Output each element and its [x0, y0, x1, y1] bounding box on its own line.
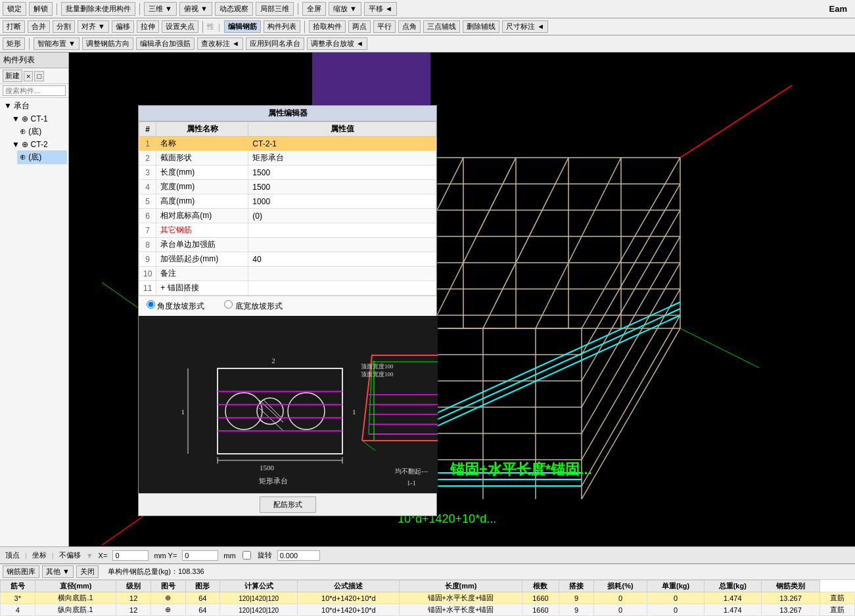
radio-width[interactable] — [224, 300, 233, 309]
prop-row-value-6[interactable] — [248, 223, 436, 238]
config-rebar-btn[interactable]: 配筋形式 — [260, 496, 316, 513]
edit-reinforce-btn[interactable]: 编辑承台加强筋 — [136, 37, 195, 50]
prop-row-value-2[interactable]: 1500 — [248, 165, 436, 180]
fullscreen-btn[interactable]: 全屏 — [302, 2, 326, 16]
3d-btn[interactable]: 三维 ▼ — [144, 2, 177, 16]
radio-width-label[interactable]: 底宽放坡形式 — [224, 300, 282, 312]
col-value: 属性值 — [248, 122, 436, 137]
prop-row-value-8[interactable]: 40 — [248, 252, 436, 267]
bottom-table: 筋号直径(mm)级别图号图形计算公式公式描述长度(mm)根数搭接损耗(%)单重(… — [0, 580, 855, 616]
drawing-area: 1500 1 1 2 矩形承台 — [139, 316, 438, 493]
prop-row-value-7[interactable] — [248, 238, 436, 252]
svg-text:均不翻起—: 均不翻起— — [394, 468, 428, 475]
bottom-row-1[interactable]: 4纵向底筋.112⊕64120|1420|12010*d+1420+10*d锚固… — [1, 604, 855, 616]
bottom-cell-0-12: 1.474 — [704, 592, 761, 604]
parallel-btn[interactable]: 平行 — [373, 20, 396, 33]
adjust-slope-btn[interactable]: 调整承台放坡 ◄ — [307, 37, 367, 50]
other-btn[interactable]: 其他 ▼ — [42, 565, 74, 578]
bottom-cell-1-10: 0 — [593, 604, 647, 616]
apply-same-btn[interactable]: 应用到同名承台 — [246, 37, 304, 50]
adjust-direction-btn[interactable]: 调整钢筋方向 — [82, 37, 133, 50]
left-panel-toolbar: 新建 × □ — [0, 68, 68, 84]
tree-ct1[interactable]: ▼ ⊕ CT-1 — [9, 113, 67, 125]
bottom-cell-0-1: 横向底筋.1 — [35, 592, 116, 604]
rotate-checkbox[interactable] — [243, 551, 251, 560]
rebar-lib-btn[interactable]: 钢筋图库 — [3, 565, 39, 578]
prop-row-value-9[interactable] — [248, 267, 436, 281]
pick-component-btn[interactable]: 拾取构件 — [309, 20, 346, 33]
sep5 — [304, 21, 305, 33]
col-num: # — [139, 122, 156, 137]
new-component-btn[interactable]: 新建 — [3, 70, 22, 82]
close-btn[interactable]: 关闭 — [76, 565, 99, 578]
unlock-btn[interactable]: 解锁 — [29, 2, 53, 16]
prop-row-value-3[interactable]: 1500 — [248, 180, 436, 194]
zoom-btn[interactable]: 缩放 ▼ — [329, 2, 361, 16]
dynamic-observe-btn[interactable]: 动态观察 — [215, 2, 253, 16]
svg-text:1: 1 — [352, 408, 356, 416]
bottom-cell-1-5: 120|1420|120 — [220, 604, 298, 616]
prop-row-num-6: 7 — [139, 223, 156, 238]
bottom-cell-0-4: 64 — [185, 592, 220, 604]
delete-component-btn[interactable]: × — [24, 71, 33, 81]
point-angle-btn[interactable]: 点角 — [398, 20, 421, 33]
sep2 — [139, 3, 140, 15]
offset-btn[interactable]: 偏移 — [112, 20, 134, 33]
break-btn[interactable]: 打断 — [3, 20, 25, 33]
stretch-btn[interactable]: 拉伸 — [137, 20, 159, 33]
batch-delete-btn[interactable]: 批量删除未使用构件 — [61, 2, 135, 16]
rotate-label: 旋转 — [258, 550, 272, 560]
bottom-cell-0-13: 13.267 — [761, 592, 820, 604]
copy-component-btn[interactable]: □ — [34, 71, 44, 81]
prop-row-value-5[interactable]: (0) — [248, 209, 436, 223]
properties-panel: 属性编辑器 # 属性名称 属性值 1名称CT-2-12截面形状矩形承台3长度(m… — [138, 105, 437, 516]
prop-row-value-10[interactable] — [248, 281, 436, 296]
delete-aux-btn[interactable]: 删除辅线 — [463, 20, 499, 33]
middle-section: 构件列表 新建 × □ ▼ 承台 ▼ ⊕ CT-1 ⊕ (底) ▼ ⊕ CT-2… — [0, 53, 855, 546]
align-btn[interactable]: 对齐 ▼ — [78, 20, 109, 33]
properties-title: 属性编辑器 — [139, 106, 436, 121]
two-point-btn[interactable]: 两点 — [348, 20, 371, 33]
shape-btn[interactable]: 矩形 — [3, 37, 25, 50]
bottom-cell-0-0: 3* — [1, 592, 35, 604]
prop-row-name-8: 加强筋起步(mm) — [156, 252, 248, 267]
prop-row-value-1[interactable]: 矩形承台 — [248, 151, 436, 165]
tree-ct1-bottom[interactable]: ⊕ (底) — [17, 125, 67, 139]
tab-component-list[interactable]: 构件列表 — [264, 20, 300, 33]
left-panel-title: 构件列表 — [0, 53, 68, 68]
merge-btn[interactable]: 合并 — [28, 20, 50, 33]
tree-cheng-tai[interactable]: ▼ 承台 — [1, 99, 67, 113]
three-point-btn[interactable]: 三点辅线 — [423, 20, 460, 33]
rotate-input[interactable] — [277, 550, 320, 561]
tab-property-label[interactable]: 性 — [207, 22, 214, 32]
tree-ct2-bottom[interactable]: ⊕ (底) — [17, 150, 67, 164]
top-view-btn[interactable]: 俯视 ▼ — [179, 2, 212, 16]
tab-edit-rebar[interactable]: 编辑钢筋 — [224, 20, 261, 33]
x-input[interactable] — [112, 550, 149, 561]
search-input[interactable] — [3, 85, 66, 96]
dim-btn[interactable]: 尺寸标注 ◄ — [502, 20, 548, 33]
local-3d-btn[interactable]: 局部三维 — [256, 2, 294, 16]
bottom-table-wrapper[interactable]: 筋号直径(mm)级别图号图形计算公式公式描述长度(mm)根数搭接损耗(%)单重(… — [0, 580, 855, 616]
total-weight-label: 单构件钢筋总量(kg)：108.336 — [108, 567, 204, 577]
toolbar-row3: 矩形 智能布置 ▼ 调整钢筋方向 编辑承台加强筋 查改标注 ◄ 应用到同名承台 … — [0, 35, 855, 53]
svg-rect-66 — [218, 368, 342, 454]
bottom-col-3: 图号 — [151, 581, 186, 592]
prop-row-value-4[interactable]: 1000 — [248, 194, 436, 209]
y-input[interactable] — [182, 550, 218, 561]
lock-btn[interactable]: 锁定 — [3, 2, 26, 16]
radio-angle-label[interactable]: 角度放坡形式 — [147, 300, 204, 312]
pan-btn[interactable]: 平移 ◄ — [364, 2, 397, 16]
prop-row-value-0[interactable]: CT-2-1 — [248, 137, 436, 151]
svg-text:2: 2 — [271, 357, 275, 364]
svg-line-47 — [483, 158, 568, 328]
smart-layout-btn[interactable]: 智能布置 ▼ — [34, 37, 80, 50]
radio-angle[interactable] — [147, 300, 155, 309]
check-mark-btn[interactable]: 查改标注 ◄ — [197, 37, 243, 50]
bottom-row-0[interactable]: 3*横向底筋.112⊕64120|1420|12010*d+1420+10*d锚… — [1, 592, 855, 604]
svg-line-35 — [582, 210, 680, 381]
toolbar-row1: 锁定 解锁 批量删除未使用构件 三维 ▼ 俯视 ▼ 动态观察 局部三维 全屏 缩… — [0, 0, 855, 18]
set-grip-btn[interactable]: 设置夹点 — [162, 20, 198, 33]
split-btn[interactable]: 分割 — [53, 20, 75, 33]
tree-ct2[interactable]: ▼ ⊕ CT-2 — [9, 139, 67, 150]
